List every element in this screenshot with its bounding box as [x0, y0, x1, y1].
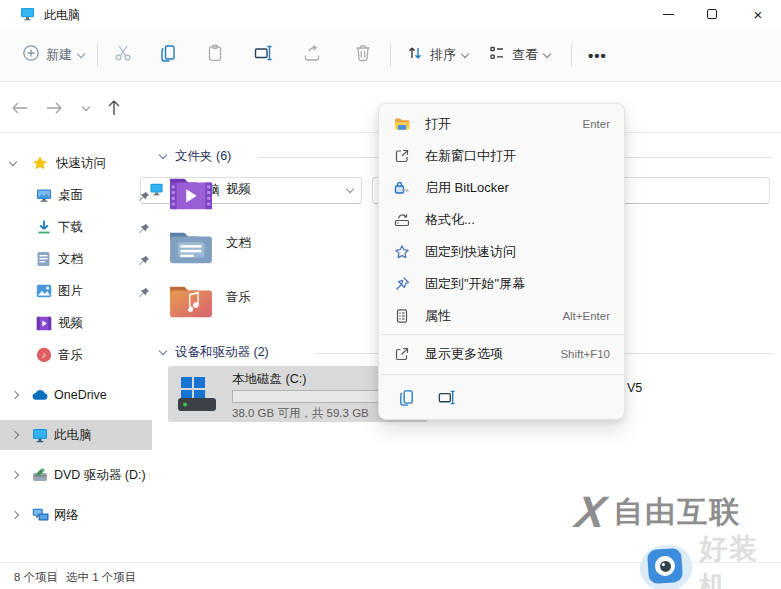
chevron-right-icon[interactable] — [11, 391, 19, 399]
selected-count: 选中 1 个项目 — [66, 570, 136, 585]
sort-button[interactable]: 排序 — [400, 39, 474, 71]
watermark-brand-text: 自由互联 — [613, 492, 741, 533]
devices-group-header[interactable]: 设备和驱动器 (2) — [160, 344, 269, 361]
sidebar-item-dvd-drive[interactable]: DVD 驱动器 (D:) CP — [0, 460, 152, 490]
back-button[interactable] — [6, 94, 34, 122]
menu-item-pin-to-quick-access[interactable]: 固定到快速访问 — [384, 236, 621, 268]
folder-name: 文档 — [226, 235, 251, 277]
menu-item-label: 在新窗口中打开 — [425, 147, 516, 165]
star-icon — [32, 155, 48, 171]
sidebar-item-this-pc[interactable]: 此电脑 — [0, 420, 152, 450]
menu-item-show-more-options[interactable]: 显示更多选项 Shift+F10 — [384, 338, 621, 370]
share-button[interactable] — [296, 39, 328, 71]
arrow-up-icon — [107, 99, 121, 117]
new-label: 新建 — [46, 46, 72, 64]
folders-group-header[interactable]: 文件夹 (6) — [160, 148, 231, 165]
menu-item-open[interactable]: 打开 Enter — [384, 108, 621, 140]
toolbar-divider — [571, 43, 572, 67]
desktop-icon — [36, 188, 52, 203]
sidebar-item-videos[interactable]: 视频 — [0, 308, 152, 338]
delete-button[interactable] — [347, 39, 379, 71]
music-icon: ♪ — [36, 347, 52, 363]
forward-button[interactable] — [40, 94, 68, 122]
menu-item-label: 启用 BitLocker — [425, 179, 509, 197]
menu-separator — [380, 334, 625, 335]
menu-item-properties[interactable]: 属性 Alt+Enter — [384, 300, 621, 332]
paste-button[interactable] — [199, 39, 231, 71]
sidebar-item-downloads[interactable]: 下载 — [0, 212, 152, 242]
sidebar-item-documents[interactable]: 文档 — [0, 244, 152, 274]
chevron-right-icon[interactable] — [11, 511, 19, 519]
minimize-button[interactable] — [645, 0, 691, 28]
copy-icon — [158, 43, 178, 67]
menu-item-open-new-window[interactable]: 在新窗口中打开 — [384, 140, 621, 172]
file-explorer-window: 此电脑 × 新建 — [0, 0, 781, 589]
pictures-icon — [36, 284, 52, 298]
sidebar-item-music[interactable]: ♪ 音乐 — [0, 340, 152, 370]
sidebar-item-pictures[interactable]: 图片 — [0, 276, 152, 306]
menu-copy-button[interactable] — [389, 382, 423, 412]
command-bar: 新建 排序 查看 — [0, 28, 781, 82]
watermark-brand2-text: 好装机 — [699, 530, 781, 589]
folder-tile-videos[interactable]: 视频 — [168, 173, 368, 223]
open-folder-icon — [393, 117, 411, 132]
sidebar-item-onedrive[interactable]: OneDrive — [0, 380, 152, 410]
menu-item-pin-to-start[interactable]: 固定到"开始"屏幕 — [384, 268, 621, 300]
menu-rename-button[interactable] — [429, 382, 463, 412]
dvd-drive-icon — [32, 468, 48, 483]
menu-item-shortcut: Enter — [583, 118, 611, 130]
menu-item-label: 固定到快速访问 — [425, 243, 516, 261]
sidebar-item-network[interactable]: 网络 — [0, 500, 152, 530]
folder-tile-music[interactable]: 音乐 — [168, 281, 368, 331]
pin-icon — [138, 285, 150, 303]
item-count: 8 个项目 — [14, 570, 58, 585]
menu-item-enable-bitlocker[interactable]: 启用 BitLocker — [384, 172, 621, 204]
sidebar-item-quick-access[interactable]: 快速访问 — [0, 148, 152, 178]
onedrive-cloud-icon — [32, 389, 49, 401]
videos-icon — [36, 316, 52, 331]
up-button[interactable] — [100, 94, 128, 122]
sidebar-item-label: 此电脑 — [54, 427, 92, 444]
close-button[interactable]: × — [735, 0, 781, 28]
paste-icon — [205, 43, 225, 67]
new-button[interactable]: 新建 — [16, 39, 90, 71]
status-divider — [56, 569, 57, 584]
recent-locations-button[interactable] — [72, 94, 100, 122]
documents-icon — [36, 251, 51, 267]
rename-icon — [253, 43, 273, 67]
copy-icon — [397, 388, 416, 407]
chevron-down-icon — [159, 347, 167, 355]
sort-icon — [406, 44, 424, 66]
maximize-icon — [707, 9, 717, 19]
maximize-button[interactable] — [689, 0, 735, 28]
rename-icon — [437, 388, 456, 407]
arrow-right-icon — [45, 101, 63, 115]
chevron-down-icon — [82, 102, 90, 110]
menu-item-label: 格式化... — [425, 211, 475, 229]
menu-item-label: 属性 — [425, 307, 451, 325]
sidebar-item-label: 下载 — [58, 219, 83, 236]
sidebar-item-label: 文档 — [58, 251, 83, 268]
see-more-button[interactable]: ••• — [582, 39, 613, 71]
menu-item-shortcut: Alt+Enter — [562, 310, 610, 322]
menu-item-format[interactable]: 格式化... — [384, 204, 621, 236]
network-icon — [32, 508, 49, 522]
sidebar-item-desktop[interactable]: 桌面 — [0, 180, 152, 210]
group-header-label: 设备和驱动器 (2) — [175, 344, 269, 361]
chevron-right-icon[interactable] — [11, 471, 19, 479]
view-button[interactable]: 查看 — [482, 39, 556, 71]
copy-button[interactable] — [152, 39, 184, 71]
watermark-haozhuangji: 好装机 — [638, 530, 781, 589]
chevron-right-icon[interactable] — [11, 431, 19, 439]
view-icon — [488, 44, 506, 66]
folder-tile-documents[interactable]: 文档 — [168, 227, 368, 277]
cut-icon — [113, 43, 133, 67]
menu-item-shortcut: Shift+F10 — [560, 348, 610, 360]
chevron-down-icon[interactable] — [9, 157, 17, 165]
menu-item-label: 固定到"开始"屏幕 — [425, 275, 525, 293]
more-icon: ••• — [588, 47, 607, 64]
rename-button[interactable] — [247, 39, 279, 71]
chevron-down-icon — [543, 49, 551, 57]
navigation-pane: 快速访问 桌面 下载 文档 图片 — [0, 133, 152, 562]
cut-button[interactable] — [107, 39, 139, 71]
